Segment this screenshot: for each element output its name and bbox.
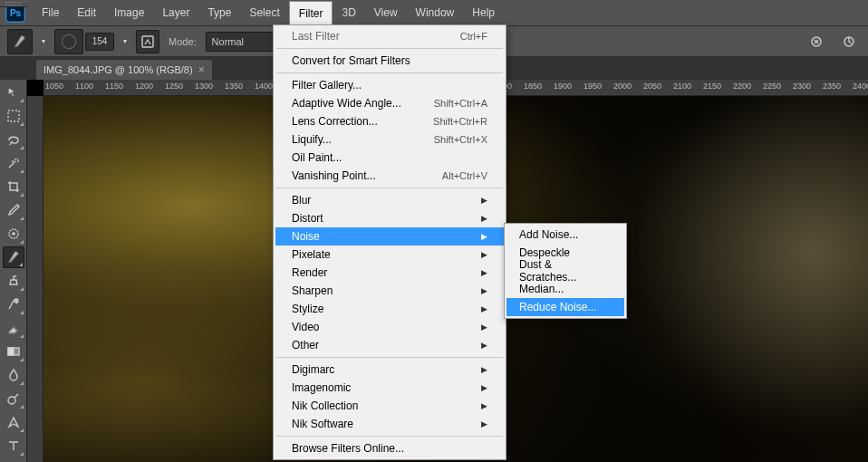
brush-preview[interactable] [54,29,83,54]
filter-menu-browse-filters-online[interactable]: Browse Filters Online... [275,439,504,457]
ruler-h-label: 1400 [255,82,273,91]
menu-view[interactable]: View [365,0,407,25]
airbrush-icon[interactable] [805,30,828,53]
history-brush-tool[interactable] [3,294,24,315]
filter-menu-filter-gallery[interactable]: Filter Gallery... [275,76,504,94]
submenu-arrow-icon: ▶ [481,304,487,313]
brush-size-arrow-icon[interactable]: ▾ [123,37,127,45]
crop-tool[interactable] [3,176,24,197]
filter-menu-video[interactable]: Video▶ [275,318,504,336]
filter-menu-distort[interactable]: Distort▶ [275,209,504,227]
menu-filter[interactable]: Filter [289,1,333,25]
filter-menu-adaptive-wide-angle[interactable]: Adaptive Wide Angle...Shift+Ctrl+A [275,94,504,112]
menu-item-label: Convert for Smart Filters [292,54,410,67]
menu-layer[interactable]: Layer [153,0,198,25]
menu-item-label: Filter Gallery... [292,79,362,91]
submenu-arrow-icon: ▶ [481,322,487,332]
gradient-tool[interactable] [3,341,24,362]
ruler-h-label: 1850 [524,82,542,91]
filter-menu-stylize[interactable]: Stylize▶ [275,300,504,318]
lasso-tool[interactable] [3,129,24,150]
close-tab-icon[interactable]: × [198,63,205,76]
document-tab[interactable]: IMG_8044.JPG @ 100% (RGB/8) × [36,60,212,80]
pen-tool[interactable] [3,411,24,433]
noise-submenu-add-noise[interactable]: Add Noise... [506,226,624,244]
magic-wand-tool[interactable] [3,152,24,174]
menu-item-label: Digimarc [292,363,334,376]
filter-menu-imagenomic[interactable]: Imagenomic▶ [275,379,504,397]
eyedropper-tool[interactable] [3,199,24,221]
blur-tool[interactable] [3,364,24,386]
filter-menu-other[interactable]: Other▶ [275,336,504,354]
filter-menu-liquify[interactable]: Liquify...Shift+Ctrl+X [275,130,504,149]
tool-preset-arrow-icon[interactable]: ▾ [42,37,45,45]
brush-panel-button[interactable] [136,30,159,53]
menu-item-label: Pixelate [292,248,331,261]
submenu-arrow-icon: ▶ [481,401,487,410]
menu-item-label: Oil Paint... [292,151,342,164]
menubar: Ps FileEditImageLayerTypeSelectFilter3DV… [0,0,868,25]
ruler-v-label: 1100 [27,265,29,283]
filter-menu-digimarc[interactable]: Digimarc▶ [275,361,504,379]
menu-select[interactable]: Select [240,0,288,25]
filter-menu-lens-correction[interactable]: Lens Correction...Shift+Ctrl+R [275,112,504,130]
ruler-h-label: 1350 [225,82,243,91]
ruler-h-label: 1950 [583,82,602,91]
menu-item-label: Browse Filters Online... [292,442,404,455]
document-tab-title: IMG_8044.JPG @ 100% (RGB/8) [43,64,193,75]
current-tool-icon[interactable] [7,29,33,54]
menu-image[interactable]: Image [105,0,153,25]
menu-edit[interactable]: Edit [68,0,105,25]
ruler-v-label: 1050 [27,219,29,237]
filter-menu-nik-collection[interactable]: Nik Collection▶ [275,397,504,415]
ruler-h-label: 1050 [45,82,63,91]
clone-stamp-tool[interactable] [3,270,24,292]
submenu-arrow-icon: ▶ [481,365,487,374]
move-tool[interactable] [3,82,24,103]
menu-item-label: Last Filter [292,30,340,43]
ruler-v-label: 1250 [27,400,29,419]
ruler-h-label: 1900 [554,82,572,91]
ruler-vertical: 900950100010501100115012001250 [27,96,43,462]
noise-submenu-dust-scratches[interactable]: Dust & Scratches... [506,262,624,280]
blend-mode-value: Normal [212,36,244,47]
menu-window[interactable]: Window [407,0,464,25]
dodge-tool[interactable] [3,388,24,409]
menu-item-label: Render [292,266,327,279]
filter-menu-last-filter: Last FilterCtrl+F [275,27,504,45]
submenu-arrow-icon: ▶ [481,383,487,392]
menu-type[interactable]: Type [198,0,240,25]
svg-text:Ps: Ps [10,8,22,18]
toolbox-grip-icon[interactable] [0,0,27,7]
submenu-arrow-icon: ▶ [481,214,487,223]
filter-menu-sharpen[interactable]: Sharpen▶ [275,282,504,300]
filter-menu-noise[interactable]: Noise▶ [275,227,504,245]
filter-menu-blur[interactable]: Blur▶ [275,191,504,209]
ruler-h-label: 2200 [733,82,751,91]
noise-submenu-reduce-noise[interactable]: Reduce Noise... [506,298,624,316]
brush-size-value[interactable]: 154 [85,33,114,51]
marquee-tool[interactable] [3,105,24,127]
menu-item-label: Adaptive Wide Angle... [292,97,401,110]
svg-point-10 [8,397,15,404]
filter-menu-pixelate[interactable]: Pixelate▶ [275,245,504,264]
filter-menu-convert-for-smart-filters[interactable]: Convert for Smart Filters [275,52,504,70]
filter-menu-oil-paint[interactable]: Oil Paint... [275,149,504,167]
menu-item-label: Imagenomic [292,381,351,394]
ruler-h-label: 1200 [135,82,153,91]
filter-menu-vanishing-point[interactable]: Vanishing Point...Alt+Ctrl+V [275,167,504,185]
menu-3d[interactable]: 3D [333,0,364,25]
type-tool[interactable] [3,435,24,457]
menu-file[interactable]: File [33,0,68,25]
filter-menu-nik-software[interactable]: Nik Software▶ [275,415,504,433]
menu-item-label: Video [292,321,319,333]
eraser-tool[interactable] [3,317,24,339]
brush-tool[interactable] [3,246,24,268]
menu-help[interactable]: Help [463,0,504,25]
pressure-icon[interactable] [837,30,861,53]
filter-menu-render[interactable]: Render▶ [275,264,504,282]
ruler-h-label: 2300 [793,82,811,91]
noise-submenu: Add Noise...DespeckleDust & Scratches...… [504,223,627,319]
healing-brush-tool[interactable] [3,223,24,245]
ruler-h-label: 2400 [853,82,868,91]
